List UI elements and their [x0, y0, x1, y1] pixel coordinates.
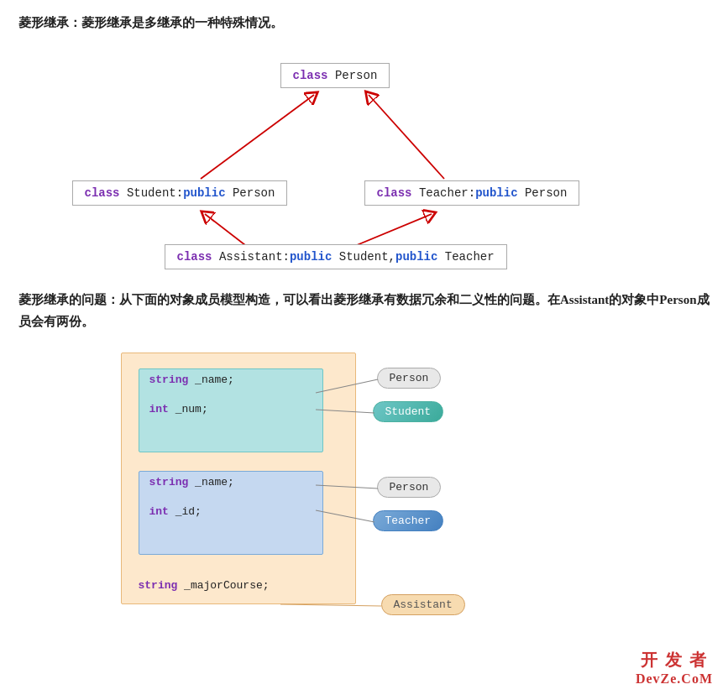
teacher-class-kw: class [377, 186, 412, 200]
branding-line2: DevZe.CoM [636, 671, 713, 688]
assistant-public-kw2: public [395, 250, 437, 264]
assistant-class-box: class Assistant:public Student,public Te… [165, 244, 507, 269]
assistant-public-kw1: public [290, 250, 332, 264]
outer-peach-box: string _name; int _num; string _name; in… [121, 353, 356, 604]
branding: 开 发 者 DevZe.CoM [636, 649, 713, 688]
svg-line-0 [201, 95, 314, 179]
label-teacher: Teacher [373, 510, 444, 531]
student-class-box: class Student:public Person [72, 180, 288, 206]
student-public-kw: public [183, 186, 225, 200]
blue-line1: string _name; [139, 472, 322, 493]
teacher-class-box: class Teacher:public Person [364, 180, 580, 206]
svg-line-1 [369, 95, 444, 179]
label-person2: Person [377, 477, 442, 498]
label-assistant: Assistant [381, 594, 465, 615]
assistant-class-kw: class [177, 250, 212, 264]
teacher-public-kw: public [475, 186, 517, 200]
bottom-string-line: string _majorCourse; [139, 579, 270, 592]
teal-line2: int _num; [139, 399, 322, 420]
blue-line2: int _id; [139, 501, 322, 522]
model-diagram-container: string _name; int _num; string _name; in… [113, 344, 616, 646]
label-person1: Person [377, 368, 442, 389]
student-class-kw: class [85, 186, 120, 200]
person-keyword: class [293, 69, 328, 82]
person-class-box: class Person [280, 63, 390, 88]
svg-line-8 [280, 604, 381, 606]
teal-line1: string _name; [139, 369, 322, 390]
intro-text: 菱形继承：菱形继承是多继承的一种特殊情况。 [18, 15, 710, 31]
problem-text: 菱形继承的问题：从下面的对象成员模型构造，可以看出菱形继承有数据冗余和二义性的问… [18, 290, 710, 332]
inner-blue-box: string _name; int _id; [139, 471, 323, 555]
branding-line1: 开 发 者 [636, 649, 713, 671]
label-student: Student [373, 401, 444, 422]
diamond-diagram: class Person class Student:public Person… [20, 46, 709, 281]
inner-teal-box: string _name; int _num; [139, 368, 323, 452]
